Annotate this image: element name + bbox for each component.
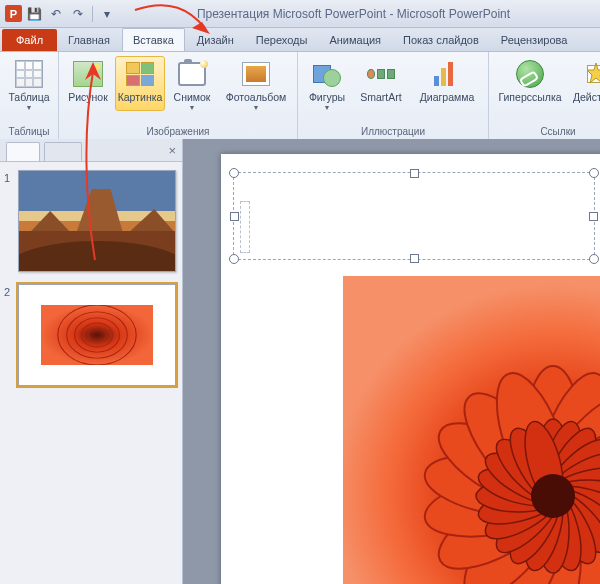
ribbon-tabstrip: Файл Главная Вставка Дизайн Переходы Ани… — [0, 28, 600, 52]
resize-handle[interactable] — [589, 254, 599, 264]
tab-label: Дизайн — [197, 34, 234, 46]
thumbnails-tab-slides[interactable] — [6, 142, 40, 161]
chart-button[interactable]: Диаграмма — [410, 56, 484, 111]
tab-review[interactable]: Рецензирова — [491, 29, 578, 51]
tab-transitions[interactable]: Переходы — [246, 29, 318, 51]
shapes-button[interactable]: Фигуры ▼ — [302, 56, 352, 111]
btn-label: Снимок — [174, 92, 211, 104]
tab-insert[interactable]: Вставка — [122, 28, 185, 51]
btn-label: Таблица — [8, 92, 49, 104]
action-button[interactable]: Действие — [569, 56, 600, 104]
group-tables: Таблица ▼ Таблицы — [0, 52, 59, 140]
chevron-down-icon: ▼ — [26, 104, 33, 111]
slide2-image — [41, 305, 153, 365]
smartart-icon — [365, 58, 397, 90]
save-icon[interactable]: 💾 — [26, 6, 42, 22]
smartart-button[interactable]: SmartArt — [354, 56, 408, 111]
title-placeholder[interactable] — [233, 172, 595, 260]
title-bar: P 💾 ↶ ↷ ▾ Презентация Microsoft PowerPoi… — [0, 0, 600, 28]
thumbnails-tabstrip: × — [0, 139, 182, 162]
resize-handle[interactable] — [410, 254, 419, 263]
resize-handle[interactable] — [410, 169, 419, 178]
photoalbum-button[interactable]: Фотоальбом ▼ — [219, 56, 293, 111]
workspace: × 1 2 — [0, 139, 600, 584]
resize-handle[interactable] — [589, 212, 598, 221]
tab-label: Главная — [68, 34, 110, 46]
svg-point-19 — [531, 474, 575, 518]
undo-icon[interactable]: ↶ — [48, 6, 64, 22]
qat-customize-icon[interactable]: ▾ — [99, 6, 115, 22]
close-icon[interactable]: × — [168, 143, 176, 158]
tab-label: Вставка — [133, 34, 174, 46]
tab-label: Рецензирова — [501, 34, 568, 46]
group-images: Рисунок Картинка Снимок ▼ Фотоальбом ▼ И… — [59, 52, 298, 140]
svg-marker-0 — [587, 63, 600, 83]
slide1-image — [19, 171, 175, 271]
screenshot-icon — [176, 58, 208, 90]
resize-handle[interactable] — [589, 168, 599, 178]
slide-thumbnail[interactable]: 1 — [0, 162, 182, 276]
placeholder-cursor — [240, 201, 250, 253]
resize-handle[interactable] — [229, 168, 239, 178]
clipart-button[interactable]: Картинка — [115, 56, 165, 111]
shapes-icon — [311, 58, 343, 90]
photoalbum-icon — [240, 58, 272, 90]
action-icon — [580, 58, 600, 90]
slide-inserted-image[interactable] — [343, 276, 600, 584]
btn-label: Диаграмма — [420, 92, 475, 104]
clipart-icon — [124, 58, 156, 90]
quick-access-toolbar: 💾 ↶ ↷ ▾ — [26, 6, 115, 22]
hyperlink-button[interactable]: Гиперссылка — [493, 56, 567, 104]
btn-label: Фотоальбом — [226, 92, 287, 104]
tab-slideshow[interactable]: Показ слайдов — [393, 29, 489, 51]
slide-page[interactable] — [221, 154, 600, 584]
tab-home[interactable]: Главная — [58, 29, 120, 51]
screenshot-button[interactable]: Снимок ▼ — [167, 56, 217, 111]
slide-thumbnails-panel: × 1 2 — [0, 139, 183, 584]
resize-handle[interactable] — [230, 212, 239, 221]
ribbon: Таблица ▼ Таблицы Рисунок Картинка Снимо… — [0, 52, 600, 141]
btn-label: Картинка — [118, 92, 163, 104]
btn-label: Рисунок — [68, 92, 108, 104]
file-tab[interactable]: Файл — [2, 29, 57, 51]
group-label: Изображения — [147, 124, 210, 140]
group-illustrations: Фигуры ▼ SmartArt Диаграмма Иллюстрации — [298, 52, 489, 140]
btn-label: SmartArt — [360, 92, 401, 104]
table-icon — [13, 58, 45, 90]
group-label: Таблицы — [9, 124, 50, 140]
tab-animation[interactable]: Анимация — [319, 29, 391, 51]
table-button[interactable]: Таблица ▼ — [4, 56, 54, 111]
slide-thumbnail[interactable]: 2 — [0, 276, 182, 390]
redo-icon[interactable]: ↷ — [70, 6, 86, 22]
slide-number: 2 — [4, 284, 18, 386]
btn-label: Действие — [573, 92, 600, 104]
group-label: Ссылки — [540, 124, 575, 140]
chart-icon — [431, 58, 463, 90]
picture-button[interactable]: Рисунок — [63, 56, 113, 111]
tab-design[interactable]: Дизайн — [187, 29, 244, 51]
window-title: Презентация Microsoft PowerPoint - Micro… — [115, 7, 600, 21]
chevron-down-icon: ▼ — [253, 104, 260, 111]
resize-handle[interactable] — [229, 254, 239, 264]
slide-canvas-area[interactable] — [183, 139, 600, 584]
qat-separator — [92, 6, 93, 22]
thumbnails-tab-outline[interactable] — [44, 142, 82, 161]
tab-label: Переходы — [256, 34, 308, 46]
picture-icon — [72, 58, 104, 90]
chevron-down-icon: ▼ — [189, 104, 196, 111]
slide-number: 1 — [4, 170, 18, 272]
app-logo-icon: P — [5, 5, 22, 22]
tab-label: Анимация — [329, 34, 381, 46]
group-links: Гиперссылка Действие Ссылки — [489, 52, 600, 140]
tab-label: Показ слайдов — [403, 34, 479, 46]
btn-label: Гиперссылка — [498, 92, 561, 104]
btn-label: Фигуры — [309, 92, 345, 104]
chevron-down-icon: ▼ — [324, 104, 331, 111]
hyperlink-icon — [514, 58, 546, 90]
file-tab-label: Файл — [16, 34, 43, 46]
group-label: Иллюстрации — [361, 124, 425, 140]
